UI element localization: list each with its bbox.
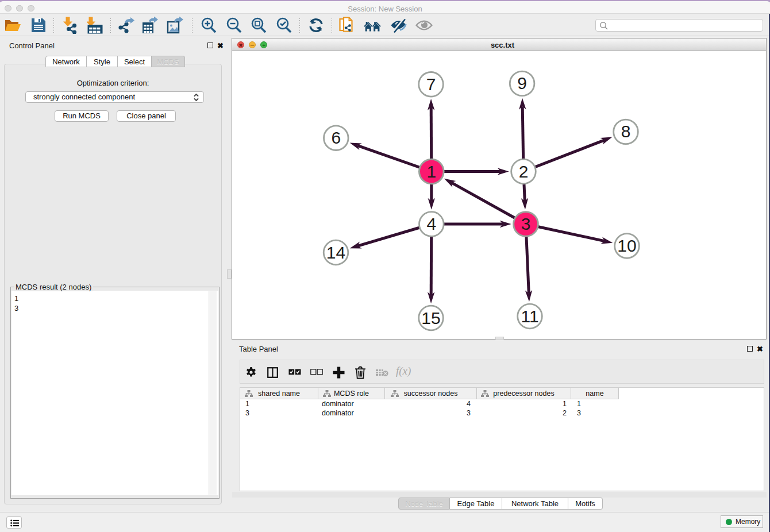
- svg-text:9: 9: [517, 74, 527, 92]
- svg-text:10: 10: [617, 236, 636, 255]
- svg-text:3: 3: [521, 214, 531, 233]
- svg-text:4: 4: [426, 214, 436, 233]
- svg-text:14: 14: [326, 243, 345, 262]
- svg-text:15: 15: [421, 309, 440, 327]
- svg-text:7: 7: [426, 75, 436, 94]
- svg-text:1: 1: [426, 162, 436, 181]
- svg-text:11: 11: [521, 307, 538, 326]
- svg-text:2: 2: [519, 162, 529, 181]
- svg-text:8: 8: [621, 122, 631, 141]
- svg-text:6: 6: [331, 128, 341, 147]
